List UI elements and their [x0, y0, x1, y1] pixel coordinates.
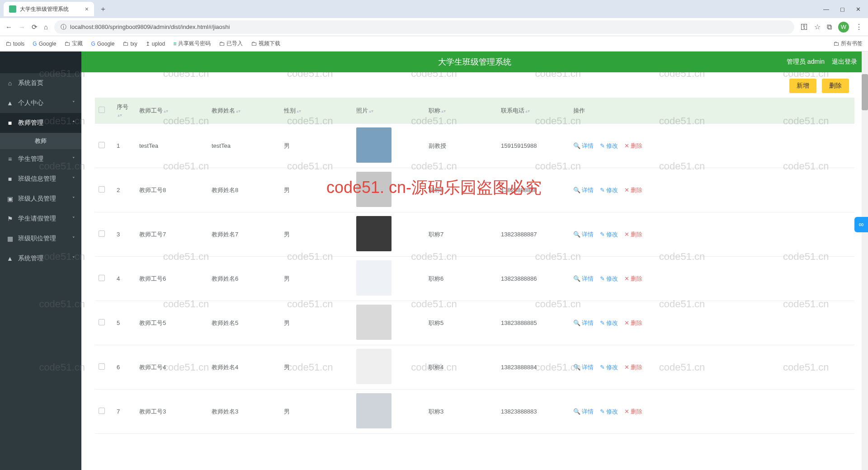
- bookmark-item[interactable]: 🗀tools: [5, 40, 24, 47]
- profile-avatar[interactable]: W: [838, 22, 849, 33]
- url-input[interactable]: ⓘ localhost:8080/springboot9809i/admin/d…: [54, 20, 794, 34]
- delete-link[interactable]: ✕删除: [624, 363, 642, 371]
- float-share-button[interactable]: ∞: [854, 217, 868, 232]
- col-ops: 操作: [573, 107, 585, 114]
- home-button[interactable]: ⌂: [44, 23, 48, 31]
- table-row: 1 testTea testTea 男 副教授 15915915988 🔍详情 …: [95, 124, 854, 168]
- bookmark-item[interactable]: ≡共享账号密码: [173, 40, 211, 47]
- sidebar-item-6[interactable]: ⚑学生请假管理˅: [0, 209, 81, 229]
- sidebar-item-3[interactable]: ≡学生管理˅: [0, 149, 81, 169]
- bookmark-item[interactable]: 🗀已导入: [219, 40, 243, 47]
- sidebar-item-2[interactable]: ■教师管理˄: [0, 113, 81, 133]
- sort-icon[interactable]: ▴▾: [525, 110, 530, 113]
- menu-icon[interactable]: ⋮: [855, 23, 863, 31]
- delete-link[interactable]: ✕删除: [624, 408, 642, 416]
- bookmark-item[interactable]: 🗀视频下载: [251, 40, 280, 47]
- sidebar-item-4[interactable]: ■班级信息管理˅: [0, 169, 81, 189]
- sidebar-item-1[interactable]: ▲个人中心˅: [0, 93, 81, 113]
- cell-photo: [356, 349, 392, 384]
- window-minimize-icon[interactable]: —: [823, 6, 829, 13]
- password-icon[interactable]: ⚿: [801, 23, 808, 31]
- detail-link[interactable]: 🔍详情: [573, 142, 594, 150]
- pencil-icon: ✎: [600, 187, 605, 193]
- browser-tab-strip: 大学生班级管理系统 × ＋ — ◻ ✕: [0, 0, 868, 18]
- cell-name: 教师姓名7: [208, 212, 280, 257]
- edit-link[interactable]: ✎修改: [600, 142, 618, 150]
- detail-link[interactable]: 🔍详情: [573, 275, 594, 283]
- cell-id: 教师工号6: [136, 257, 208, 301]
- bookmark-item[interactable]: 🗀txy: [123, 40, 137, 47]
- forward-button[interactable]: →: [19, 23, 25, 31]
- window-maximize-icon[interactable]: ◻: [840, 6, 845, 13]
- tab-close-icon[interactable]: ×: [85, 5, 89, 13]
- delete-button[interactable]: 删除: [822, 79, 849, 93]
- back-button[interactable]: ←: [5, 23, 12, 31]
- sidebar-item-7[interactable]: ▦班级职位管理˅: [0, 229, 81, 249]
- reload-button[interactable]: ⟳: [32, 23, 38, 31]
- search-icon: 🔍: [573, 364, 580, 371]
- sort-icon[interactable]: ▴▾: [118, 114, 122, 117]
- col-id: 教师工号: [139, 107, 163, 114]
- sort-icon[interactable]: ▴▾: [297, 110, 301, 113]
- row-checkbox[interactable]: [99, 275, 105, 281]
- row-checkbox[interactable]: [99, 363, 105, 370]
- edit-link[interactable]: ✎修改: [600, 275, 618, 283]
- sidebar-item-5[interactable]: ▣班级人员管理˅: [0, 189, 81, 209]
- search-icon: 🔍: [573, 142, 580, 149]
- delete-link[interactable]: ✕删除: [624, 319, 642, 327]
- detail-link[interactable]: 🔍详情: [573, 186, 594, 194]
- menu-label: 班级职位管理: [18, 235, 56, 243]
- add-button[interactable]: 新增: [789, 79, 816, 93]
- edit-link[interactable]: ✎修改: [600, 319, 618, 327]
- cell-id: 教师工号7: [136, 212, 208, 257]
- cell-title: 职称6: [425, 257, 497, 301]
- submenu-item[interactable]: 教师: [0, 133, 81, 149]
- edit-link[interactable]: ✎修改: [600, 230, 618, 239]
- detail-link[interactable]: 🔍详情: [573, 230, 594, 239]
- close-icon: ✕: [624, 187, 629, 193]
- bookmark-item[interactable]: GGoogle: [91, 41, 114, 47]
- bookmark-item[interactable]: 🗀宝藏: [64, 40, 83, 47]
- user-label: 管理员 admin: [787, 58, 825, 66]
- edit-link[interactable]: ✎修改: [600, 363, 618, 371]
- bookmark-icon[interactable]: ☆: [814, 23, 821, 31]
- bookmark-item[interactable]: GGoogle: [33, 41, 56, 47]
- logout-link[interactable]: 退出登录: [832, 58, 857, 66]
- delete-link[interactable]: ✕删除: [624, 275, 642, 283]
- close-icon: ✕: [624, 320, 629, 326]
- edit-link[interactable]: ✎修改: [600, 186, 618, 194]
- sort-icon[interactable]: ▴▾: [441, 110, 446, 113]
- delete-link[interactable]: ✕删除: [624, 186, 642, 194]
- search-icon: 🔍: [573, 408, 580, 415]
- cell-phone: 13823888885: [497, 301, 570, 345]
- select-all-checkbox[interactable]: [99, 107, 105, 113]
- bookmark-item[interactable]: ↥uplod: [146, 41, 165, 47]
- bookmarks-bar: 🗀tools GGoogle 🗀宝藏 GGoogle 🗀txy ↥uplod ≡…: [0, 36, 868, 52]
- cell-photo: [356, 172, 392, 207]
- sort-icon[interactable]: ▴▾: [369, 110, 373, 113]
- delete-link[interactable]: ✕删除: [624, 142, 642, 150]
- search-icon: 🔍: [573, 275, 580, 282]
- detail-link[interactable]: 🔍详情: [573, 408, 594, 416]
- row-checkbox[interactable]: [99, 230, 105, 237]
- sidebar-item-8[interactable]: ▲系统管理˅: [0, 249, 81, 268]
- new-tab-button[interactable]: ＋: [98, 3, 108, 16]
- row-checkbox[interactable]: [99, 408, 105, 414]
- sort-icon[interactable]: ▴▾: [164, 110, 168, 113]
- row-checkbox[interactable]: [99, 186, 105, 193]
- sidebar-item-0[interactable]: ⌂系统首页: [0, 73, 81, 93]
- detail-link[interactable]: 🔍详情: [573, 363, 594, 371]
- row-checkbox[interactable]: [99, 319, 105, 325]
- site-info-icon[interactable]: ⓘ: [61, 23, 66, 31]
- bookmark-all[interactable]: 🗀所有书签: [833, 40, 863, 47]
- sort-icon[interactable]: ▴▾: [236, 110, 241, 113]
- scrollbar-vertical[interactable]: [862, 52, 868, 470]
- detail-link[interactable]: 🔍详情: [573, 319, 594, 327]
- delete-link[interactable]: ✕删除: [624, 230, 642, 239]
- window-close-icon[interactable]: ✕: [856, 6, 861, 13]
- cell-photo: [356, 393, 392, 428]
- edit-link[interactable]: ✎修改: [600, 408, 618, 416]
- row-checkbox[interactable]: [99, 142, 105, 148]
- browser-tab[interactable]: 大学生班级管理系统 ×: [4, 2, 94, 16]
- extensions-icon[interactable]: ⧉: [827, 23, 832, 31]
